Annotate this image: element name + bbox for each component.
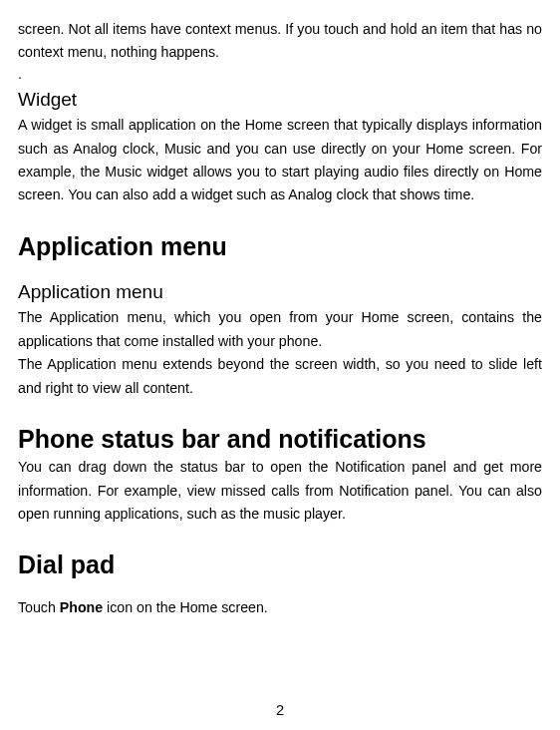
dial-pad-instruction: Touch Phone icon on the Home screen.: [18, 596, 542, 619]
application-menu-subheading: Application menu: [18, 278, 542, 307]
application-menu-para2: The Application menu extends beyond the …: [18, 353, 542, 400]
separator-dot: .: [18, 65, 542, 85]
application-menu-heading: Application menu: [18, 232, 542, 261]
application-menu-para1: The Application menu, which you open fro…: [18, 306, 542, 353]
phone-label-bold: Phone: [60, 599, 103, 615]
dial-text-post: icon on the Home screen.: [103, 599, 268, 615]
context-menu-fragment: screen. Not all items have context menus…: [18, 18, 542, 65]
status-bar-heading: Phone status bar and notifications: [18, 425, 542, 454]
page-number: 2: [0, 702, 560, 718]
widget-heading: Widget: [18, 86, 542, 115]
widget-description: A widget is small application on the Hom…: [18, 114, 542, 207]
dial-text-pre: Touch: [18, 599, 60, 615]
status-bar-para: You can drag down the status bar to open…: [18, 456, 542, 526]
dial-pad-heading: Dial pad: [18, 550, 542, 579]
